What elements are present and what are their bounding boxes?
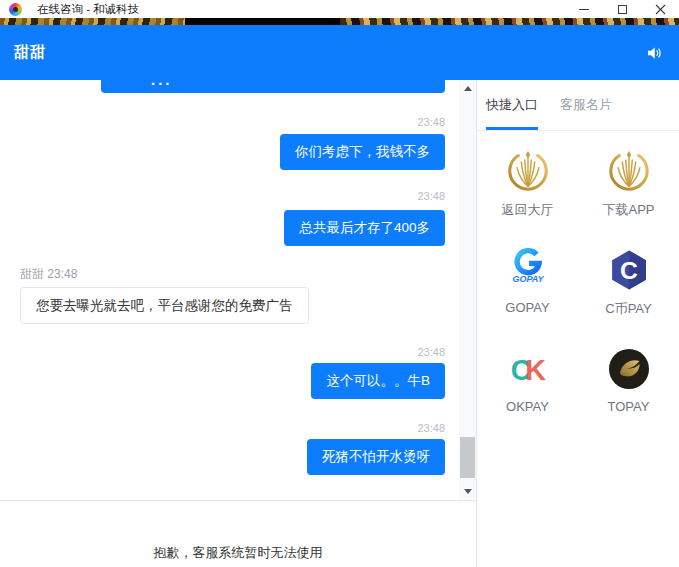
svg-text:C: C [620, 257, 638, 284]
chat-footer: 抱歉，客服系统暂时无法使用 [0, 500, 476, 566]
sender-name: 甜甜 [20, 267, 44, 281]
svg-text:GOPAY: GOPAY [512, 274, 544, 284]
volume-toggle-button[interactable] [643, 42, 665, 64]
speaker-icon [645, 44, 663, 62]
background-page-strip [0, 18, 679, 25]
message-list: ... 23:48 你们考虑下，我钱不多 23:48 总共最后才存了400多 甜… [0, 80, 476, 500]
window-controls [565, 0, 679, 18]
shortcut-label: TOPAY [608, 399, 650, 414]
c-coin-pay-icon: C [608, 247, 650, 293]
maximize-button[interactable] [603, 0, 641, 18]
minimize-icon [579, 9, 589, 10]
shortcut-download-app[interactable]: 下载APP [578, 148, 679, 219]
shortcut-label: C币PAY [605, 300, 651, 318]
message-bubble-outgoing: 你们考虑下，我钱不多 [280, 134, 445, 170]
shortcut-topay[interactable]: TOPAY [578, 346, 679, 414]
shortcut-label: 返回大厅 [502, 201, 554, 219]
shortcut-okpay[interactable]: C K OKPAY [477, 346, 578, 414]
shortcut-label: OKPAY [506, 399, 549, 414]
gopay-icon: GOPAY [506, 247, 550, 293]
close-button[interactable] [641, 0, 679, 18]
sidebar: 快捷入口 客服名片 [477, 80, 679, 567]
app-logo-icon [9, 3, 22, 16]
chat-header: 甜甜 [0, 25, 679, 80]
sender-and-time: 甜甜 23:48 [20, 268, 77, 280]
agent-name: 甜甜 [14, 43, 46, 62]
scroll-down-button[interactable] [459, 483, 476, 500]
shortcut-c-coin-pay[interactable]: C C币PAY [578, 247, 679, 318]
message-bubble-outgoing: 死猪不怕开水烫呀 [307, 439, 445, 475]
scroll-up-button[interactable] [459, 80, 476, 97]
shortcut-label: GOPAY [505, 300, 549, 315]
chat-panel: ... 23:48 你们考虑下，我钱不多 23:48 总共最后才存了400多 甜… [0, 80, 477, 567]
svg-text:K: K [525, 354, 546, 386]
titlebar: 在线咨询 - 和诚科技 [0, 0, 679, 18]
lobby-emblem-icon [505, 148, 551, 194]
scrollbar-thumb[interactable] [460, 437, 475, 478]
chat-scrollbar[interactable] [459, 80, 476, 500]
message-timestamp: 23:48 [417, 117, 445, 128]
okpay-icon: C K [507, 346, 549, 392]
minimize-button[interactable] [565, 0, 603, 18]
system-unavailable-notice: 抱歉，客服系统暂时无法使用 [0, 544, 476, 562]
message-bubble-outgoing-partial: ... [101, 80, 445, 93]
sidebar-tabs: 快捷入口 客服名片 [477, 80, 679, 131]
maximize-icon [618, 5, 627, 14]
tab-quick-entry[interactable]: 快捷入口 [486, 80, 538, 130]
shortcut-label: 下载APP [602, 201, 654, 219]
message-timestamp: 23:48 [417, 423, 445, 434]
window-title: 在线咨询 - 和诚科技 [37, 2, 139, 17]
tab-agent-card[interactable]: 客服名片 [560, 80, 612, 130]
shortcut-return-lobby[interactable]: 返回大厅 [477, 148, 578, 219]
message-bubble-outgoing: 总共最后才存了400多 [284, 210, 445, 246]
message-bubble-outgoing: 这个可以。。牛B [311, 363, 445, 399]
topay-icon [607, 346, 651, 392]
arrow-down-icon [464, 489, 472, 494]
message-timestamp: 23:48 [417, 347, 445, 358]
shortcut-gopay[interactable]: GOPAY GOPAY [477, 247, 578, 318]
shortcut-grid: 返回大厅 [477, 131, 679, 414]
close-icon [655, 4, 666, 15]
message-bubble-incoming: 您要去曝光就去吧，平台感谢您的免费广告 [20, 287, 309, 324]
message-timestamp: 23:48 [417, 191, 445, 202]
message-timestamp: 23:48 [47, 267, 77, 281]
arrow-up-icon [464, 86, 472, 91]
download-app-emblem-icon [606, 148, 652, 194]
